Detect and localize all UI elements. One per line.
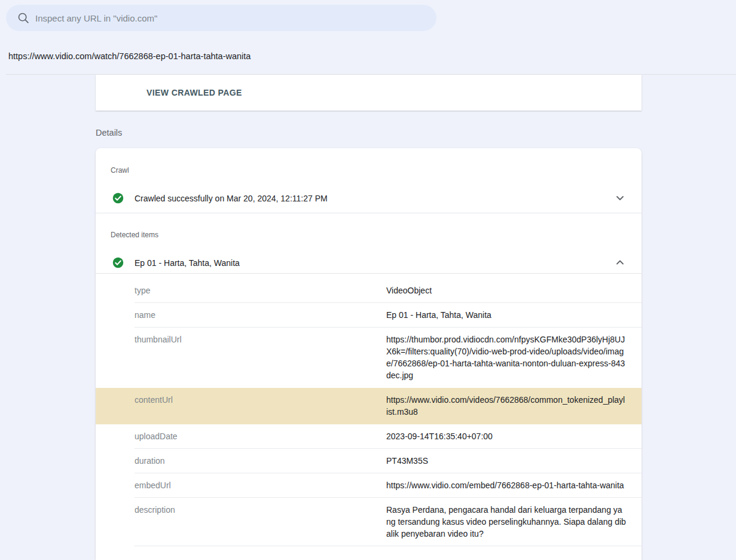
- property-row: description Rasya Perdana, pengacara han…: [96, 498, 642, 546]
- check-circle-icon: [112, 257, 124, 268]
- search-icon: [17, 11, 30, 25]
- chevron-down-icon[interactable]: [613, 191, 627, 205]
- url-inspect-search-bar[interactable]: [6, 5, 436, 31]
- property-value: 2023-09-14T16:35:40+07:00: [386, 424, 642, 448]
- property-key: name: [135, 303, 386, 327]
- view-crawled-page-button[interactable]: VIEW CRAWLED PAGE: [146, 88, 242, 97]
- details-section-title: Details: [96, 128, 122, 137]
- property-key: type: [135, 279, 386, 302]
- detected-item-title: Ep 01 - Harta, Tahta, Wanita: [135, 257, 240, 269]
- property-value: Rasya Perdana, pengacara handal dari kel…: [386, 498, 642, 546]
- check-circle-icon: [112, 192, 124, 204]
- property-key: uploadDate: [135, 424, 386, 448]
- details-card: Crawl Crawled successfully on Mar 20, 20…: [96, 148, 642, 560]
- properties-table: type VideoObject name Ep 01 - Harta, Tah…: [96, 274, 642, 546]
- crawl-status-text: Crawled successfully on Mar 20, 2024, 12…: [135, 192, 328, 204]
- property-row: embedUrl https://www.vidio.com/embed/766…: [96, 473, 642, 498]
- property-row: type VideoObject: [96, 279, 642, 303]
- property-row: contentUrl https://www.vidio.com/videos/…: [96, 388, 642, 424]
- chevron-up-icon[interactable]: [613, 255, 627, 270]
- detected-item-row[interactable]: Ep 01 - Harta, Tahta, Wanita: [96, 252, 642, 275]
- property-value: https://thumbor.prod.vidiocdn.com/nfpysK…: [386, 328, 642, 387]
- property-value: VideoObject: [386, 279, 642, 302]
- property-row: duration PT43M35S: [96, 449, 642, 473]
- property-key: description: [135, 498, 386, 522]
- property-row: name Ep 01 - Harta, Tahta, Wanita: [96, 303, 642, 328]
- search-input[interactable]: [35, 13, 436, 23]
- section-divider: [96, 213, 642, 213]
- detected-items-label: Detected items: [111, 230, 158, 240]
- property-row: uploadDate 2023-09-14T16:35:40+07:00: [96, 424, 642, 449]
- property-key: duration: [135, 449, 386, 473]
- property-value: https://www.vidio.com/embed/7662868-ep-0…: [386, 473, 642, 497]
- inspected-url-text: https://www.vidio.com/watch/7662868-ep-0…: [8, 50, 251, 62]
- property-key: contentUrl: [135, 388, 386, 412]
- crawl-section-label: Crawl: [111, 166, 129, 175]
- crawled-page-card: VIEW CRAWLED PAGE: [96, 75, 642, 111]
- property-key: embedUrl: [135, 473, 386, 497]
- property-value: https://www.vidio.com/videos/7662868/com…: [386, 388, 642, 424]
- property-row: thumbnailUrl https://thumbor.prod.vidioc…: [96, 328, 642, 388]
- url-inspection-page: https://www.vidio.com/watch/7662868-ep-0…: [0, 0, 736, 560]
- crawl-status-row[interactable]: Crawled successfully on Mar 20, 2024, 12…: [96, 188, 642, 210]
- property-value: Ep 01 - Harta, Tahta, Wanita: [386, 303, 642, 327]
- property-key: thumbnailUrl: [135, 328, 386, 351]
- property-value: PT43M35S: [386, 449, 642, 473]
